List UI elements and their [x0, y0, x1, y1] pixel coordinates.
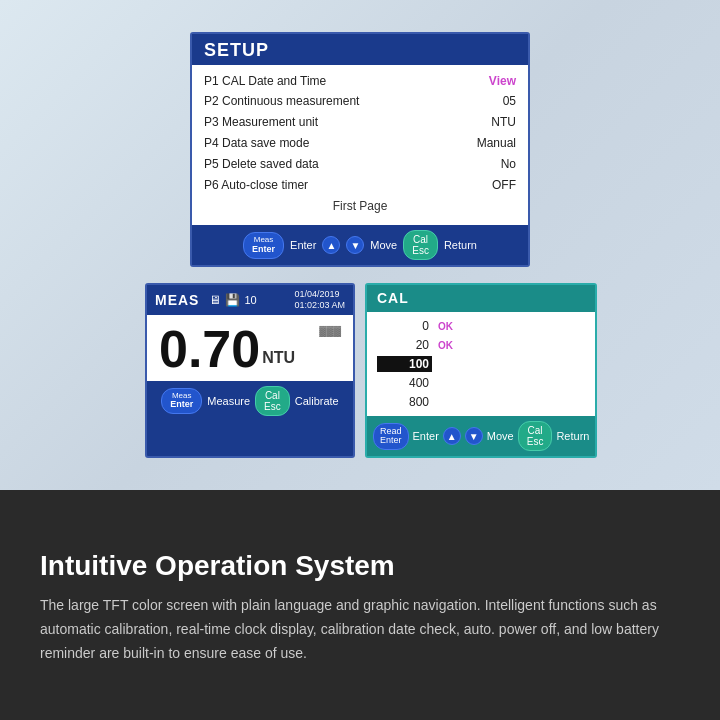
- setup-cal-btn[interactable]: Cal Esc: [403, 230, 438, 260]
- setup-row-value: NTU: [491, 114, 516, 131]
- setup-move-label: Move: [370, 239, 397, 251]
- cal-body: 0OK20OK100400800: [367, 312, 595, 416]
- setup-enter-label: Enter: [290, 239, 316, 251]
- meas-icons: 🖥 💾 10: [209, 293, 256, 307]
- cal-row-num: 800: [377, 394, 432, 410]
- setup-down-arrow[interactable]: ▼: [346, 236, 364, 254]
- cal-enter-label: Enter: [413, 430, 439, 442]
- bottom-section: Intuitive Operation System The large TFT…: [0, 490, 720, 720]
- monitor-icon: 🖥: [209, 293, 221, 307]
- cal-row-num: 20: [377, 337, 432, 353]
- meas-date: 01/04/2019: [294, 289, 345, 300]
- setup-row-label: P2 Continuous measurement: [204, 93, 359, 110]
- setup-row-label: P1 CAL Date and Time: [204, 73, 326, 90]
- meas-count: 10: [244, 294, 256, 306]
- setup-footer: Meas Enter Enter ▲ ▼ Move Cal Esc Return: [192, 225, 528, 265]
- setup-up-arrow[interactable]: ▲: [322, 236, 340, 254]
- cal-row: 800: [377, 394, 585, 410]
- meas-unit: NTU: [262, 349, 295, 367]
- bottom-title: Intuitive Operation System: [40, 549, 680, 583]
- setup-return-label: Return: [444, 239, 477, 251]
- setup-panel: SETUP P1 CAL Date and TimeViewP2 Continu…: [190, 32, 530, 268]
- setup-row-value: View: [489, 73, 516, 90]
- meas-footer: Meas Enter Measure Cal Esc Calibrate: [147, 381, 353, 421]
- meas-header: MEAS 🖥 💾 10 01/04/2019 01:02:03 AM: [147, 285, 353, 315]
- panels-row: MEAS 🖥 💾 10 01/04/2019 01:02:03 AM 0.70 …: [145, 283, 575, 458]
- meas-time: 01:02:03 AM: [294, 300, 345, 311]
- setup-row-value: Manual: [477, 135, 516, 152]
- cal-ok-badge: OK: [438, 340, 453, 351]
- meas-title: MEAS: [155, 292, 199, 308]
- top-section: SETUP P1 CAL Date and TimeViewP2 Continu…: [0, 0, 720, 490]
- setup-enter-btn[interactable]: Meas Enter: [243, 232, 284, 259]
- meas-datetime: 01/04/2019 01:02:03 AM: [294, 289, 345, 311]
- setup-row: P6 Auto-close timerOFF: [204, 175, 516, 196]
- cal-panel: CAL 0OK20OK100400800 Read Enter Enter ▲ …: [365, 283, 597, 458]
- battery-icon: ▓▓▓: [319, 323, 341, 336]
- cal-down-arrow[interactable]: ▼: [465, 427, 483, 445]
- calibrate-label: Calibrate: [295, 395, 339, 407]
- cal-return-btn[interactable]: Cal Esc: [518, 421, 553, 451]
- setup-row: P4 Data save modeManual: [204, 133, 516, 154]
- setup-first-page: First Page: [204, 195, 516, 219]
- cal-row: 400: [377, 375, 585, 391]
- meas-measure-btn[interactable]: Meas Enter: [161, 388, 202, 415]
- setup-body: P1 CAL Date and TimeViewP2 Continuous me…: [192, 65, 528, 226]
- setup-row: P3 Measurement unitNTU: [204, 112, 516, 133]
- setup-row-value: OFF: [492, 177, 516, 194]
- cal-header: CAL: [367, 285, 595, 312]
- setup-row-label: P5 Delete saved data: [204, 156, 319, 173]
- cal-row: 0OK: [377, 318, 585, 334]
- setup-row: P1 CAL Date and TimeView: [204, 71, 516, 92]
- setup-row: P2 Continuous measurement05: [204, 91, 516, 112]
- setup-row: P5 Delete saved dataNo: [204, 154, 516, 175]
- cal-row-num: 100: [377, 356, 432, 372]
- bottom-description: The large TFT color screen with plain la…: [40, 594, 680, 665]
- setup-row-label: P6 Auto-close timer: [204, 177, 308, 194]
- setup-row-value: No: [501, 156, 516, 173]
- cal-row: 100: [377, 356, 585, 372]
- cal-row: 20OK: [377, 337, 585, 353]
- cal-up-arrow[interactable]: ▲: [443, 427, 461, 445]
- floppy-icon: 💾: [225, 293, 240, 307]
- cal-read-btn[interactable]: Read Enter: [373, 423, 409, 451]
- measure-label: Measure: [207, 395, 250, 407]
- cal-title: CAL: [377, 290, 409, 306]
- cal-footer: Read Enter Enter ▲ ▼ Move Cal Esc Return: [367, 416, 595, 456]
- cal-row-num: 400: [377, 375, 432, 391]
- meas-cal-btn[interactable]: Cal Esc: [255, 386, 290, 416]
- cal-move-label: Move: [487, 430, 514, 442]
- setup-title: SETUP: [192, 34, 528, 65]
- meas-panel: MEAS 🖥 💾 10 01/04/2019 01:02:03 AM 0.70 …: [145, 283, 355, 458]
- meas-body: 0.70 NTU ▓▓▓: [147, 315, 353, 381]
- setup-row-label: P3 Measurement unit: [204, 114, 318, 131]
- cal-return-label: Return: [556, 430, 589, 442]
- setup-row-value: 05: [503, 93, 516, 110]
- cal-row-num: 0: [377, 318, 432, 334]
- cal-ok-badge: OK: [438, 321, 453, 332]
- setup-row-label: P4 Data save mode: [204, 135, 309, 152]
- meas-value: 0.70: [159, 323, 260, 375]
